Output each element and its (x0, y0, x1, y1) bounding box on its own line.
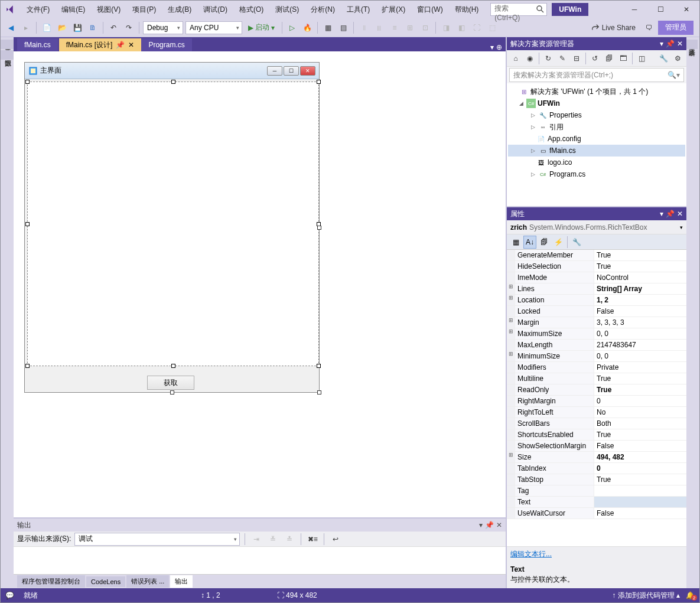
fmain-node[interactable]: ▷▭fMain.cs (508, 145, 685, 157)
solution-search[interactable]: 搜索解决方案资源管理器(Ctrl+;) 🔍▾ (509, 68, 684, 82)
menu-item[interactable]: 格式(O) (235, 2, 268, 17)
menu-item[interactable]: 调试(D) (198, 2, 232, 17)
bottom-tab[interactable]: 错误列表 ... (126, 575, 169, 588)
save-all-button[interactable]: 🗎 (86, 21, 99, 34)
back-icon[interactable]: ◉ (523, 52, 536, 65)
properties-node[interactable]: ▷🔧Properties (508, 109, 685, 121)
get-button[interactable]: 获取 (147, 376, 194, 390)
property-row[interactable]: Tag (507, 485, 686, 497)
settings-icon[interactable]: ⚙ (671, 52, 684, 65)
categorized-icon[interactable]: ▦ (509, 236, 522, 249)
bottom-tab[interactable]: CodeLens (86, 576, 125, 587)
property-object-selector[interactable]: zrich System.Windows.Forms.RichTextBox ▾ (507, 220, 686, 234)
richtextbox-control[interactable] (27, 82, 319, 366)
platform-combo[interactable]: Any CPU (185, 21, 242, 34)
sync-icon[interactable]: ↻ (542, 52, 555, 65)
property-row[interactable]: MaxLength2147483647 (507, 340, 686, 351)
alphabetical-icon[interactable]: A↓ (523, 236, 536, 249)
search-input[interactable]: 搜索 (Ctrl+Q) (490, 3, 547, 16)
minimize-button[interactable]: ─ (621, 1, 647, 18)
menu-item[interactable]: 测试(S) (271, 2, 304, 17)
property-row[interactable]: ⊞Margin3, 3, 3, 3 (507, 317, 686, 328)
output-source-combo[interactable]: 调试 (74, 533, 240, 546)
layout2-icon[interactable]: ▤ (337, 21, 350, 34)
diagnostics-tab[interactable]: 诊断工具 (686, 40, 698, 49)
collapse-icon[interactable]: ⊟ (570, 52, 583, 65)
property-row[interactable]: ShortcutsEnabledTrue (507, 429, 686, 441)
tab-fmain-design[interactable]: fMain.cs [设计]📌✕ (59, 38, 142, 51)
property-row[interactable]: ShowSelectionMarginFalse (507, 441, 686, 452)
start-no-debug-button[interactable]: ▷ (286, 21, 298, 34)
live-share-button[interactable]: Live Share (587, 24, 640, 32)
property-row[interactable]: ImeModeNoControl (507, 272, 686, 283)
property-row[interactable]: GenerateMemberTrue (507, 250, 686, 261)
form-frame[interactable]: 主界面 ─ ☐ ✕ (24, 62, 320, 393)
view-icon[interactable]: ◫ (635, 52, 648, 65)
refresh-icon[interactable]: ↺ (588, 52, 601, 65)
new-button[interactable]: 📄 (40, 21, 53, 34)
tab-dropdown-icon[interactable]: ▾ (490, 43, 494, 51)
pin-icon[interactable]: 📌 (666, 210, 675, 218)
solution-tree[interactable]: ⊞解决方案 'UFWin' (1 个项目，共 1 个) ◢C#UFWin ▷🔧P… (507, 83, 686, 206)
property-row[interactable]: ReadOnlyTrue (507, 384, 686, 396)
menu-item[interactable]: 分析(N) (306, 2, 340, 17)
menu-item[interactable]: 生成(B) (163, 2, 196, 17)
feedback-icon[interactable]: 🗨 (643, 21, 656, 34)
wrench-icon[interactable]: 🔧 (657, 52, 670, 65)
menu-item[interactable]: 窗口(W) (412, 2, 447, 17)
property-row[interactable]: LockedFalse (507, 306, 686, 317)
property-row[interactable]: TabIndex0 (507, 463, 686, 474)
property-row[interactable]: ⊞MinimumSize0, 0 (507, 351, 686, 362)
notifications-icon[interactable]: 🔔2 (686, 591, 695, 599)
property-row[interactable]: RightToLeftNo (507, 407, 686, 418)
pin-icon[interactable]: 📌 (485, 521, 494, 529)
dropdown-icon[interactable]: ▾ (660, 40, 663, 48)
undo-button[interactable]: ↶ (107, 21, 120, 34)
pin-icon[interactable]: 📌 (116, 41, 125, 49)
toolbox-tab[interactable]: 工具箱 (1, 40, 14, 49)
close-icon[interactable]: ✕ (677, 40, 683, 48)
logo-node[interactable]: 🖼logo.ico (508, 157, 685, 168)
menu-item[interactable]: 工具(T) (342, 2, 375, 17)
property-row[interactable]: HideSelectionTrue (507, 261, 686, 272)
tab-overflow-icon[interactable]: ⊕ (496, 43, 502, 51)
menu-item[interactable]: 文件(F) (22, 2, 54, 17)
nav-back-button[interactable]: ◀ (4, 21, 17, 34)
home-icon[interactable]: ⌂ (509, 52, 522, 65)
property-pages-icon[interactable]: 🔧 (570, 236, 583, 249)
nav-fwd-button[interactable]: ▸ (19, 21, 32, 34)
properties-mode-icon[interactable]: 🗐 (538, 236, 551, 249)
form-designer[interactable]: 主界面 ─ ☐ ✕ (14, 51, 506, 517)
close-icon[interactable]: ✕ (496, 521, 502, 529)
config-combo[interactable]: Debug (143, 21, 183, 34)
redo-button[interactable]: ↷ (122, 21, 135, 34)
feedback-icon[interactable]: 💬 (5, 591, 14, 599)
layout1-icon[interactable]: ▦ (321, 21, 334, 34)
maximize-button[interactable]: ☐ (647, 1, 673, 18)
showall-icon[interactable]: 🗐 (603, 52, 616, 65)
pin-icon[interactable]: 📌 (666, 40, 675, 48)
properties-icon[interactable]: 🗔 (617, 52, 630, 65)
solution-node[interactable]: ⊞解决方案 'UFWin' (1 个项目，共 1 个) (508, 86, 685, 97)
tab-fmain-cs[interactable]: fMain.cs (17, 38, 58, 51)
property-row[interactable]: ⊞Size494, 482 (507, 452, 686, 463)
project-node[interactable]: ◢C#UFWin (508, 97, 685, 109)
bottom-tab[interactable]: 程序包管理器控制台 (17, 575, 85, 588)
property-row[interactable]: ScrollBarsBoth (507, 418, 686, 429)
property-row[interactable]: ⊞Location1, 2 (507, 295, 686, 306)
property-row[interactable]: MultilineTrue (507, 373, 686, 384)
property-row[interactable]: ModifiersPrivate (507, 362, 686, 373)
edit-text-link[interactable]: 编辑文本行... (507, 546, 686, 562)
events-icon[interactable]: ⚡ (552, 236, 565, 249)
menu-item[interactable]: 视图(V) (92, 2, 125, 17)
close-icon[interactable]: ✕ (677, 210, 683, 218)
start-button[interactable]: ▶ 启动 ▾ (245, 21, 278, 34)
dropdown-icon[interactable]: ▾ (660, 210, 663, 218)
property-row[interactable]: RightMargin0 (507, 396, 686, 407)
save-button[interactable]: 💾 (71, 21, 84, 34)
hot-reload-button[interactable]: 🔥 (301, 21, 314, 34)
menu-item[interactable]: 项目(P) (128, 2, 161, 17)
add-to-source-control[interactable]: ↑ 添加到源代码管理 ▴ (612, 591, 680, 601)
menu-item[interactable]: 编辑(E) (57, 2, 90, 17)
property-grid[interactable]: GenerateMemberTrueHideSelectionTrueImeMo… (507, 250, 686, 546)
